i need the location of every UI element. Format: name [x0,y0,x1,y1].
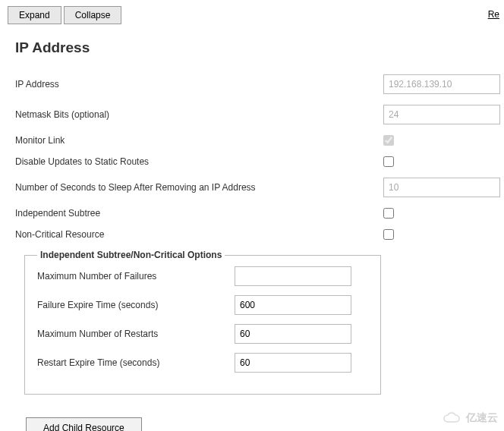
label-max-restarts: Maximum Number of Restarts [37,329,235,339]
label-indep-subtree: Independent Subtree [15,208,383,219]
page-title: IP Address [15,39,489,56]
row-indep-subtree: Independent Subtree [15,208,489,219]
watermark: 亿速云 [442,411,498,425]
row-monitor-link: Monitor Link [15,135,489,146]
label-restart-expire: Restart Expire Time (seconds) [37,357,235,368]
expand-button[interactable]: Expand [8,6,61,24]
collapse-button[interactable]: Collapse [64,6,122,24]
input-ip-address[interactable] [383,74,500,94]
row-failure-expire: Failure Expire Time (seconds) [37,295,368,315]
toolbar: Expand Collapse [0,0,504,30]
input-sleep-seconds[interactable] [383,178,500,197]
add-child-resource-button[interactable]: Add Child Resource [26,417,142,431]
row-non-critical: Non-Critical Resource [15,229,489,240]
label-ip-address: IP Address [15,79,383,90]
row-ip-address: IP Address [15,74,489,94]
watermark-text: 亿速云 [466,411,498,425]
label-non-critical: Non-Critical Resource [15,229,383,240]
input-failure-expire[interactable] [235,295,351,315]
row-netmask: Netmask Bits (optional) [15,105,489,124]
label-max-failures: Maximum Number of Failures [37,271,235,282]
content: IP Address IP Address Netmask Bits (opti… [0,30,504,431]
input-netmask[interactable] [383,105,500,124]
cloud-icon [442,412,463,424]
row-max-failures: Maximum Number of Failures [37,266,368,286]
checkbox-non-critical[interactable] [383,229,394,240]
label-disable-updates: Disable Updates to Static Routes [15,156,383,167]
input-restart-expire[interactable] [235,353,351,373]
input-max-restarts[interactable] [235,324,351,344]
checkbox-indep-subtree[interactable] [383,208,394,219]
label-sleep-seconds: Number of Seconds to Sleep After Removin… [15,182,383,193]
row-restart-expire: Restart Expire Time (seconds) [37,353,368,373]
label-failure-expire: Failure Expire Time (seconds) [37,300,235,310]
row-max-restarts: Maximum Number of Restarts [37,324,368,344]
checkbox-monitor-link[interactable] [383,135,394,146]
fieldset-legend: Independent Subtree/Non-Critical Options [37,250,225,260]
checkbox-disable-updates[interactable] [383,156,394,167]
independent-subtree-box: Independent Subtree/Non-Critical Options… [24,255,381,395]
label-netmask: Netmask Bits (optional) [15,109,383,120]
link-right[interactable]: Re [488,9,499,20]
label-monitor-link: Monitor Link [15,135,383,146]
row-disable-updates: Disable Updates to Static Routes [15,156,489,167]
input-max-failures[interactable] [235,266,351,286]
row-sleep-seconds: Number of Seconds to Sleep After Removin… [15,178,489,197]
